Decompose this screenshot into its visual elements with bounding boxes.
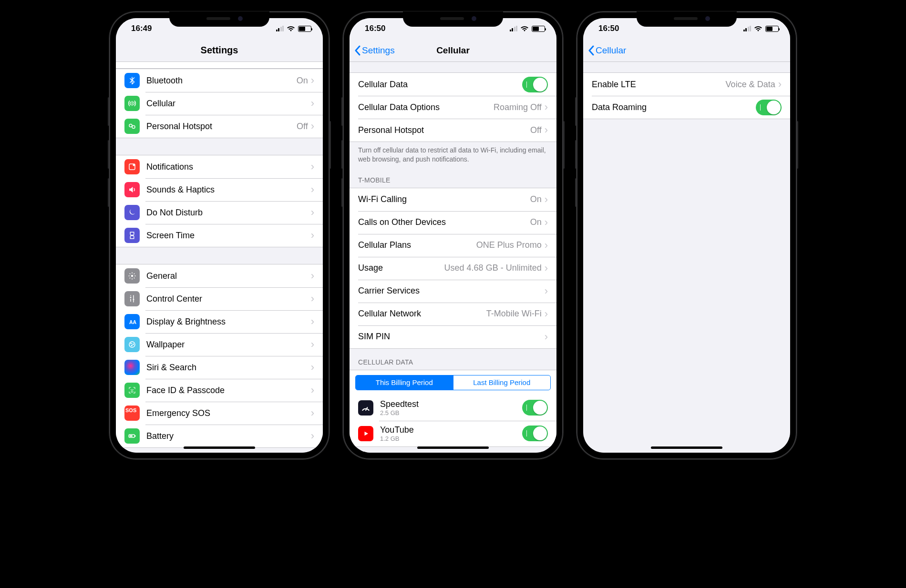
status-right [276, 26, 312, 32]
row-label: Emergency SOS [146, 408, 311, 418]
signal-icon [276, 26, 284, 31]
settings-row-face-id-passcode[interactable]: Face ID & Passcode› [116, 379, 323, 402]
row-sim-pin[interactable]: SIM PIN› [350, 325, 556, 348]
settings-row-display-brightness[interactable]: AADisplay & Brightness› [116, 310, 323, 333]
row-detail: T-Mobile Wi-Fi [486, 309, 542, 319]
battery-icon [298, 26, 311, 32]
settings-row-bluetooth[interactable]: BluetoothOn› [116, 69, 323, 92]
toggle-switch[interactable] [522, 426, 548, 441]
chevron-right-icon: › [311, 120, 314, 132]
sos-icon: SOS [124, 406, 140, 421]
nav-bar: Settings [116, 39, 323, 62]
youtube-app-icon [358, 426, 373, 441]
status-time: 16:50 [598, 24, 619, 33]
chevron-right-icon: › [311, 74, 314, 87]
home-indicator[interactable] [184, 446, 255, 449]
row-data-roaming[interactable]: Data Roaming [583, 96, 790, 119]
settings-row-emergency-sos[interactable]: SOSEmergency SOS› [116, 402, 323, 425]
nav-back-button[interactable]: Cellular [588, 45, 626, 56]
group-footer: Turn off cellular data to restrict all d… [350, 142, 556, 167]
speedtest-app-icon [358, 400, 373, 416]
settings-row-siri-search[interactable]: Siri & Search› [116, 356, 323, 379]
row-carrier-services[interactable]: Carrier Services› [350, 280, 556, 303]
settings-row-control-center[interactable]: Control Center› [116, 287, 323, 310]
settings-row-general[interactable]: General› [116, 264, 323, 287]
segment-this-period[interactable]: This Billing Period [356, 375, 453, 390]
app-row-youtube[interactable]: YouTube1.2 GB [350, 421, 556, 446]
settings-row-do-not-disturb[interactable]: Do Not Disturb› [116, 201, 323, 224]
row-label: Do Not Disturb [146, 208, 311, 218]
chevron-right-icon: › [311, 270, 314, 282]
phone-frame-3: 16:50 Cellular Enable LTEVoice & Data›Da… [577, 11, 797, 459]
chevron-right-icon: › [311, 206, 314, 219]
chevron-right-icon: › [545, 262, 548, 274]
screen-cellular-options: 16:50 Cellular Enable LTEVoice & Data›Da… [583, 18, 790, 453]
row-label: Cellular Data [358, 80, 522, 90]
row-detail: On [530, 194, 542, 204]
general-icon [124, 268, 140, 284]
row-wi-fi-calling[interactable]: Wi-Fi CallingOn› [350, 188, 556, 211]
notch [403, 11, 503, 27]
home-indicator[interactable] [651, 446, 722, 449]
status-right [510, 26, 546, 32]
row-label: Notifications [146, 162, 311, 172]
app-row-speedtest[interactable]: Speedtest2.5 GB [350, 395, 556, 421]
toggle-switch[interactable] [756, 100, 782, 115]
group-header-carrier: T-MOBILE [350, 167, 556, 188]
status-time: 16:49 [131, 24, 152, 33]
content[interactable]: Cellular DataCellular Data OptionsRoamin… [350, 62, 556, 453]
partial-row-top [116, 62, 323, 69]
content[interactable]: BluetoothOn›Cellular›Personal HotspotOff… [116, 62, 323, 453]
battery-icon [765, 26, 779, 32]
row-cellular-plans[interactable]: Cellular PlansONE Plus Promo› [350, 234, 556, 257]
chevron-right-icon: › [545, 331, 548, 343]
settings-row-sounds-haptics[interactable]: Sounds & Haptics› [116, 178, 323, 201]
svg-point-0 [129, 124, 132, 127]
row-usage[interactable]: UsageUsed 4.68 GB - Unlimited› [350, 257, 556, 280]
settings-row-battery[interactable]: Battery› [116, 425, 323, 447]
toggle-switch[interactable] [522, 77, 548, 92]
phone-frame-1: 16:49 Settings BluetoothOn›Cellular›Pers… [109, 11, 329, 459]
dnd-icon [124, 205, 140, 220]
wallpaper-icon [124, 337, 140, 352]
billing-period-segmented[interactable]: This Billing Period Last Billing Period [355, 375, 551, 390]
settings-row-screen-time[interactable]: Screen Time› [116, 224, 323, 247]
row-calls-on-other-devices[interactable]: Calls on Other DevicesOn› [350, 211, 556, 234]
row-personal-hotspot[interactable]: Personal HotspotOff› [350, 119, 556, 142]
row-cellular-data-options[interactable]: Cellular Data OptionsRoaming Off› [350, 96, 556, 119]
list-lte-options: Enable LTEVoice & Data›Data Roaming [583, 72, 790, 119]
chevron-right-icon: › [545, 285, 548, 297]
row-label: Screen Time [146, 231, 311, 241]
home-indicator[interactable] [417, 446, 489, 449]
signal-icon [510, 26, 518, 31]
svg-text:AA: AA [129, 319, 136, 325]
settings-row-personal-hotspot[interactable]: Personal HotspotOff› [116, 115, 323, 138]
settings-row-cellular[interactable]: Cellular› [116, 92, 323, 115]
svg-marker-16 [365, 432, 369, 436]
wifi-icon [754, 26, 762, 32]
settings-row-wallpaper[interactable]: Wallpaper› [116, 333, 323, 356]
list-general: General›Control Center›AADisplay & Brigh… [116, 264, 323, 448]
row-enable-lte[interactable]: Enable LTEVoice & Data› [583, 73, 790, 96]
controlcenter-icon [124, 291, 140, 306]
sounds-icon [124, 182, 140, 197]
row-detail: Voice & Data [726, 80, 775, 90]
chevron-right-icon: › [311, 229, 314, 242]
svg-point-1 [132, 126, 135, 129]
list-carrier: Wi-Fi CallingOn›Calls on Other DevicesOn… [350, 188, 556, 349]
svg-point-6 [133, 299, 134, 300]
row-detail: Off [530, 125, 542, 135]
screen-settings: 16:49 Settings BluetoothOn›Cellular›Pers… [116, 18, 323, 453]
row-label: Face ID & Passcode [146, 385, 311, 395]
hotspot-icon [124, 119, 140, 134]
app-usage: 1.2 GB [380, 435, 522, 442]
content[interactable]: Enable LTEVoice & Data›Data Roaming [583, 62, 790, 453]
toggle-switch[interactable] [522, 400, 548, 416]
settings-row-notifications[interactable]: Notifications› [116, 155, 323, 178]
segment-last-period[interactable]: Last Billing Period [453, 375, 551, 390]
row-label: Battery [146, 431, 311, 441]
nav-back-button[interactable]: Settings [354, 45, 395, 56]
row-cellular-network[interactable]: Cellular NetworkT-Mobile Wi-Fi› [350, 303, 556, 325]
row-cellular-data[interactable]: Cellular Data [350, 73, 556, 96]
chevron-right-icon: › [311, 384, 314, 396]
